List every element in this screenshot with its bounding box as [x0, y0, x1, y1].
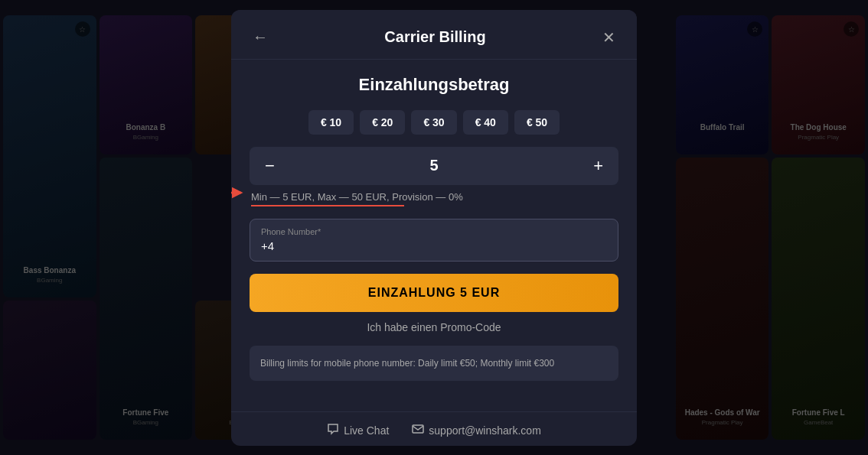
email-label: support@winshark.com — [429, 424, 541, 437]
modal-dialog: ← Carrier Billing ✕ Einzahlungsbetrag € … — [231, 10, 637, 446]
email-link[interactable]: support@winshark.com — [412, 423, 541, 438]
modal-header: ← Carrier Billing ✕ — [231, 10, 637, 60]
stepper-minus-button[interactable]: − — [250, 147, 290, 185]
live-chat-link[interactable]: Live Chat — [327, 423, 389, 438]
amount-stepper: − + — [250, 147, 618, 185]
deposit-button[interactable]: EINZAHLUNG 5 EUR — [250, 274, 618, 312]
stepper-plus-button[interactable]: + — [578, 147, 618, 185]
close-button[interactable]: ✕ — [599, 25, 618, 50]
red-arrow-icon — [231, 185, 246, 200]
section-title: Einzahlungsbetrag — [250, 75, 618, 95]
promo-code-link[interactable]: Ich habe einen Promo-Code — [250, 321, 618, 333]
phone-input[interactable] — [261, 239, 607, 252]
chat-icon — [327, 423, 339, 438]
hint-text: Min — 5 EUR, Max — 50 EUR, Provision — 0… — [251, 191, 463, 203]
stepper-value-input[interactable] — [290, 157, 578, 174]
billing-info: Billing limits for mobile phone number: … — [250, 346, 618, 381]
live-chat-label: Live Chat — [344, 424, 389, 437]
preset-btn-10[interactable]: € 10 — [308, 110, 354, 135]
email-icon — [412, 423, 424, 438]
modal-footer: Live Chat support@winshark.com — [231, 411, 637, 446]
preset-btn-40[interactable]: € 40 — [463, 110, 508, 135]
svg-rect-2 — [413, 425, 423, 433]
modal-body: Einzahlungsbetrag € 10 € 20 € 30 € 40 € … — [231, 60, 637, 411]
modal-title: Carrier Billing — [271, 28, 599, 46]
back-button[interactable]: ← — [250, 25, 271, 49]
phone-field-wrapper: Phone Number* — [250, 219, 618, 262]
phone-label: Phone Number* — [261, 227, 607, 236]
preset-btn-20[interactable]: € 20 — [360, 110, 405, 135]
preset-btn-30[interactable]: € 30 — [411, 110, 456, 135]
preset-btn-50[interactable]: € 50 — [514, 110, 560, 135]
amount-hint: Min — 5 EUR, Max — 50 EUR, Provision — 0… — [250, 191, 618, 206]
amount-presets: € 10 € 20 € 30 € 40 € 50 — [250, 110, 618, 135]
